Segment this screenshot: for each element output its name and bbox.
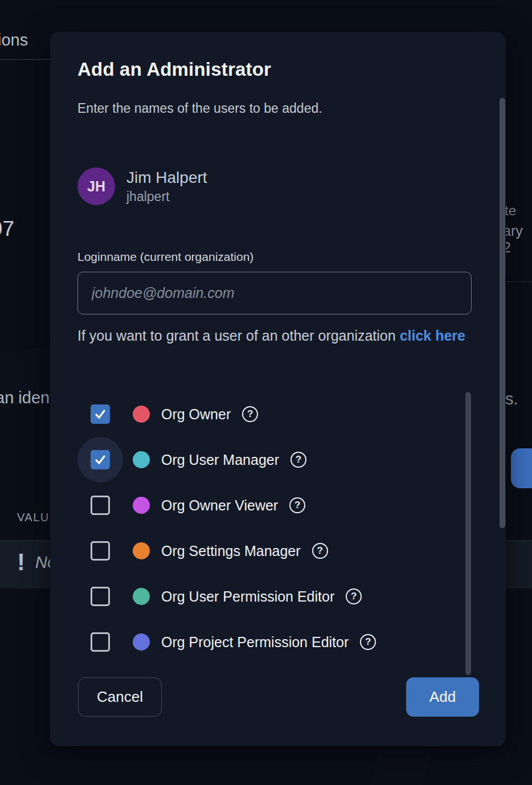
role-color-dot	[133, 451, 150, 468]
checkbox-ripple	[77, 437, 123, 483]
role-row[interactable]: Org User Manager ?	[77, 437, 472, 483]
role-label: Org Settings Manager	[161, 543, 301, 559]
help-text-prefix: If you want to grant a user of an other …	[77, 328, 400, 344]
checkbox-ripple	[77, 483, 123, 528]
background-count-fragment: 97	[0, 217, 14, 241]
loginname-label: Loginname (current organization)	[77, 250, 253, 264]
role-row[interactable]: Org Owner ?	[77, 391, 472, 437]
background-text-fragment: an ident	[0, 389, 54, 407]
role-color-dot	[133, 542, 150, 559]
dialog-title: Add an Administrator	[77, 59, 271, 80]
checkbox-ripple	[77, 619, 123, 665]
role-label: Org Owner Viewer	[161, 497, 278, 514]
role-list: Org Owner ? Org User Manager ? Org Owner…	[77, 391, 472, 665]
role-label: Org User Manager	[161, 452, 279, 468]
add-button[interactable]: Add	[406, 677, 479, 717]
role-row[interactable]: Org Settings Manager ?	[77, 528, 472, 574]
help-icon[interactable]: ?	[346, 588, 362, 604]
help-icon[interactable]: ?	[360, 634, 376, 650]
user-login-name: jhalpert	[126, 189, 169, 205]
role-checkbox[interactable]	[91, 404, 110, 424]
dialog-subtitle: Enter the names of the users to be added…	[77, 101, 322, 116]
checkbox-ripple	[77, 574, 123, 619]
checkbox-ripple	[77, 528, 123, 574]
role-checkbox[interactable]	[91, 587, 110, 606]
help-icon[interactable]: ?	[312, 543, 328, 559]
background-text-fragment-right: s.	[505, 390, 518, 408]
app-root: ions 97 te ary 2 an ident s. VALU ! No A…	[0, 0, 532, 785]
role-color-dot	[133, 588, 150, 605]
other-org-help-text: If you want to grant a user of an other …	[77, 326, 472, 345]
background-date-label-fragment: te	[505, 203, 516, 219]
role-color-dot	[133, 497, 150, 514]
role-row[interactable]: Org Project Permission Editor ?	[77, 619, 472, 665]
background-table-column-header: VALU	[17, 511, 50, 524]
role-label: Org Owner	[161, 406, 231, 423]
role-row[interactable]: Org Owner Viewer ?	[77, 483, 472, 528]
role-label: Org Project Permission Editor	[161, 634, 349, 651]
role-color-dot	[133, 633, 150, 651]
add-administrator-dialog: Add an Administrator Enter the names of …	[50, 32, 506, 746]
loginname-input[interactable]	[77, 272, 472, 314]
dialog-scrollbar[interactable]	[500, 98, 505, 528]
user-display-name: Jim Halpert	[126, 169, 207, 187]
cancel-button[interactable]: Cancel	[78, 677, 162, 717]
checkbox-ripple	[77, 391, 123, 437]
exclamation-icon: !	[17, 549, 25, 576]
help-icon[interactable]: ?	[289, 497, 305, 513]
background-action-button[interactable]	[511, 448, 532, 488]
role-row[interactable]: Org User Permission Editor ?	[77, 574, 472, 619]
role-list-scrollbar[interactable]	[465, 392, 471, 675]
background-divider-right	[505, 281, 532, 282]
role-checkbox[interactable]	[91, 496, 110, 515]
help-icon[interactable]: ?	[242, 406, 258, 422]
role-label: Org User Permission Editor	[161, 588, 334, 605]
role-checkbox[interactable]	[91, 450, 110, 469]
checkmark-icon	[93, 453, 107, 467]
role-checkbox[interactable]	[91, 632, 110, 652]
click-here-link[interactable]: click here	[400, 328, 465, 344]
help-icon[interactable]: ?	[290, 452, 306, 468]
background-heading-fragment: ions	[0, 31, 28, 50]
avatar: JH	[77, 167, 115, 205]
checkmark-icon	[93, 407, 107, 421]
role-color-dot	[133, 406, 150, 423]
background-date-value-fragment: ary 2	[503, 223, 532, 256]
role-checkbox[interactable]	[91, 541, 110, 561]
